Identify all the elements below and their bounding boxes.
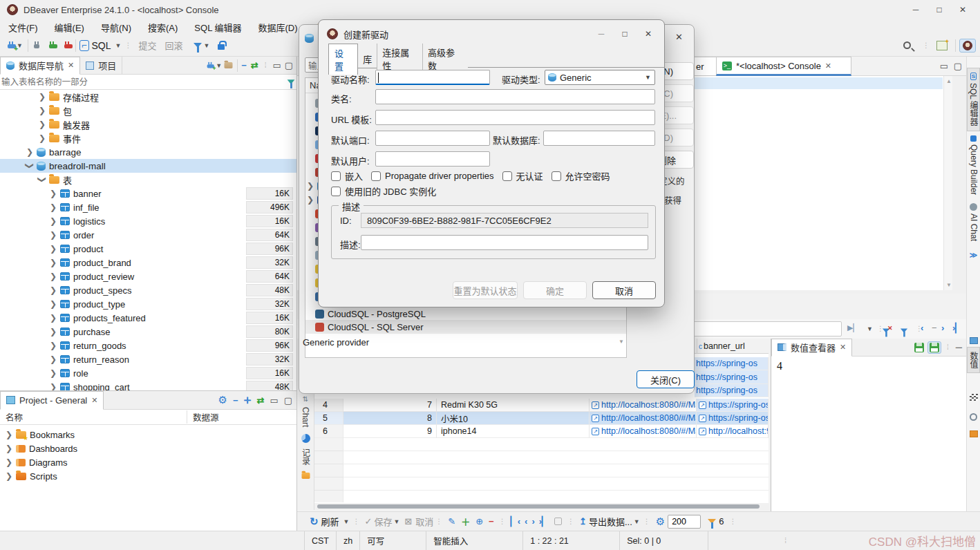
scroll-up-icon[interactable]: ▲ bbox=[946, 78, 952, 84]
sql-editor-icon[interactable]: ⌐ bbox=[79, 40, 89, 51]
last-row-icon[interactable]: ›▏ bbox=[539, 516, 549, 527]
default-user-input[interactable] bbox=[375, 151, 490, 167]
nav-new-connection-caret[interactable]: ▼ bbox=[216, 62, 222, 69]
cancel-dialog-button[interactable]: 取消 bbox=[592, 281, 656, 299]
status-insert-mode[interactable]: 智能插入 bbox=[426, 531, 523, 550]
tab-close-icon[interactable]: ✕ bbox=[68, 61, 74, 70]
driver-list-item-cloudsql-sqlserver[interactable]: CloudSQL - SQL Server bbox=[305, 320, 626, 334]
driver-name-input[interactable] bbox=[375, 70, 490, 85]
side-tab-value[interactable]: 数值 bbox=[967, 347, 980, 373]
tab-value-viewer[interactable]: 数值查看器 ✕ bbox=[771, 339, 852, 357]
edit-row-icon[interactable]: ✎ bbox=[448, 516, 455, 527]
description-input[interactable] bbox=[361, 235, 648, 250]
window-maximize-button[interactable]: □ bbox=[927, 2, 951, 17]
open-perspective-icon[interactable]: ✦ bbox=[936, 41, 948, 50]
grid-rownum[interactable]: 4 bbox=[314, 399, 343, 412]
project-item-dashboards[interactable]: ❯Dashboards bbox=[0, 442, 296, 455]
grid-rownum[interactable]: 6 bbox=[314, 425, 343, 438]
column-header-name[interactable]: 名称 bbox=[0, 410, 187, 424]
no-auth-checkbox[interactable] bbox=[502, 171, 512, 181]
sql-editor-button[interactable]: SQL bbox=[92, 40, 111, 51]
default-database-input[interactable] bbox=[543, 131, 655, 146]
connect-icon[interactable] bbox=[32, 41, 41, 50]
transaction-caret[interactable]: ▼ bbox=[203, 42, 209, 49]
tab-projects[interactable]: 项目 bbox=[80, 57, 122, 74]
default-port-input[interactable] bbox=[375, 131, 490, 146]
metadata-icon[interactable] bbox=[970, 413, 977, 421]
legacy-jdbc-checkbox[interactable] bbox=[331, 187, 341, 196]
status-writable[interactable]: 可写 bbox=[360, 531, 426, 550]
add-row-icon[interactable]: ＋ bbox=[461, 515, 470, 528]
grid-cell-id[interactable]: 7 bbox=[343, 399, 437, 412]
driver-list-item-cloudsql-postgres[interactable]: CloudSQL - PostgreSQL bbox=[305, 307, 626, 321]
grid-hscroll-thumb[interactable] bbox=[317, 504, 760, 509]
refresh-icon[interactable]: ↻ bbox=[310, 515, 319, 528]
duplicate-row-icon[interactable]: ⊕ bbox=[475, 516, 483, 527]
grid-cell-banner[interactable]: https://spring-os bbox=[695, 370, 769, 384]
presentation-tab-record[interactable]: 记录 bbox=[300, 448, 312, 465]
open-link-icon[interactable]: ↗ bbox=[699, 428, 706, 435]
editor-scrollbar[interactable]: ▲ ▼ bbox=[943, 76, 952, 290]
project-settings-gear-icon[interactable]: ⚙ bbox=[218, 394, 227, 406]
transaction-filter-icon[interactable] bbox=[194, 43, 202, 48]
project-minimize-icon[interactable]: ▭ bbox=[270, 395, 278, 406]
virtual-keys-icon[interactable] bbox=[970, 430, 978, 437]
class-name-input[interactable] bbox=[375, 89, 655, 104]
save-caret[interactable]: ▼ bbox=[393, 518, 399, 525]
url-template-input[interactable] bbox=[375, 110, 655, 125]
dialog-maximize-button[interactable]: □ bbox=[613, 26, 637, 41]
grid-cell-id[interactable]: 8 bbox=[343, 412, 437, 425]
reset-defaults-button[interactable]: 重置为默认状态 bbox=[453, 281, 518, 299]
apply-filter-play-icon[interactable]: ▶▏ bbox=[847, 323, 859, 332]
driver-manager-close-button[interactable]: 关闭(C) bbox=[637, 370, 695, 388]
grid-cell-name[interactable]: 小米10 bbox=[437, 412, 590, 425]
prev-row-icon[interactable]: ‹ bbox=[525, 516, 527, 527]
disconnect-icon[interactable] bbox=[62, 41, 72, 50]
save-value-icon[interactable] bbox=[914, 343, 924, 352]
tree-item-stored-procedures[interactable]: ❯存储过程 bbox=[0, 90, 296, 104]
refresh-caret[interactable]: ▼ bbox=[343, 518, 350, 525]
menu-search[interactable]: 搜索(A) bbox=[148, 21, 178, 34]
filters-back-icon[interactable]: ‹ bbox=[921, 323, 923, 333]
grid-cell-name[interactable]: iphone14 bbox=[437, 425, 590, 438]
dialog-close-button[interactable]: ✕ bbox=[637, 26, 660, 41]
export-caret[interactable]: ▼ bbox=[634, 518, 640, 525]
link-editor-icon[interactable]: ⇄ bbox=[251, 60, 258, 70]
grid-cell-link[interactable]: ↗http://localhost:8080/#/MallPurch bbox=[590, 412, 697, 425]
dialog-minimize-button[interactable]: ─ bbox=[590, 26, 613, 41]
menu-navigate[interactable]: 导航(N) bbox=[101, 21, 131, 34]
presentation-tab-chart[interactable]: Chart bbox=[301, 407, 310, 427]
export-data-button[interactable]: 导出数据... bbox=[589, 515, 632, 528]
menu-file[interactable]: 文件(F) bbox=[8, 21, 38, 34]
console-tab-close-icon[interactable]: ✕ bbox=[825, 61, 831, 70]
status-language[interactable]: zh bbox=[337, 531, 360, 550]
next-row-icon[interactable]: › bbox=[531, 516, 534, 527]
status-caret-position[interactable]: 1 : 22 : 21 bbox=[523, 531, 620, 550]
grid-rownum[interactable]: 5 bbox=[314, 412, 343, 425]
ok-button[interactable]: 确定 bbox=[523, 281, 587, 299]
pie-chart-icon[interactable] bbox=[301, 434, 310, 443]
first-row-icon[interactable]: ▏‹ bbox=[511, 516, 520, 527]
window-close-button[interactable]: ✕ bbox=[951, 2, 974, 17]
embedded-checkbox[interactable] bbox=[331, 171, 341, 181]
navigator-filter-input[interactable] bbox=[1, 75, 287, 89]
grid-cell-banner[interactable]: https://spring-os bbox=[695, 384, 769, 397]
grid-cell-link[interactable]: ↗http://localhost:8080/#/MallPurch bbox=[590, 425, 697, 438]
fetch-size-input[interactable] bbox=[668, 515, 701, 529]
search-icon[interactable] bbox=[903, 41, 911, 49]
aggregate-icon[interactable] bbox=[970, 394, 978, 401]
delete-row-icon[interactable]: − bbox=[489, 516, 494, 527]
open-link-icon[interactable]: ↗ bbox=[592, 401, 599, 409]
save-button[interactable]: 保存 bbox=[374, 515, 392, 528]
open-link-icon[interactable]: ↗ bbox=[699, 415, 706, 422]
collapse-all-icon[interactable]: − bbox=[241, 60, 247, 70]
project-expand-icon[interactable]: ✛ bbox=[244, 395, 252, 406]
reconnect-icon[interactable] bbox=[47, 41, 57, 50]
project-maximize-icon[interactable]: ▢ bbox=[284, 395, 292, 406]
grid-cell-banner[interactable]: ↗http://localhost:9 bbox=[697, 425, 769, 438]
cancel-button[interactable]: 取消 bbox=[415, 515, 433, 528]
grid-cell-name[interactable]: Redmi K30 5G bbox=[437, 399, 590, 412]
tree-item-tables-folder[interactable]: ❯表 bbox=[0, 173, 296, 187]
propagate-checkbox[interactable] bbox=[371, 171, 381, 181]
tab-localhost-console[interactable]: >_ *<localhost> Console ✕ bbox=[716, 57, 851, 76]
